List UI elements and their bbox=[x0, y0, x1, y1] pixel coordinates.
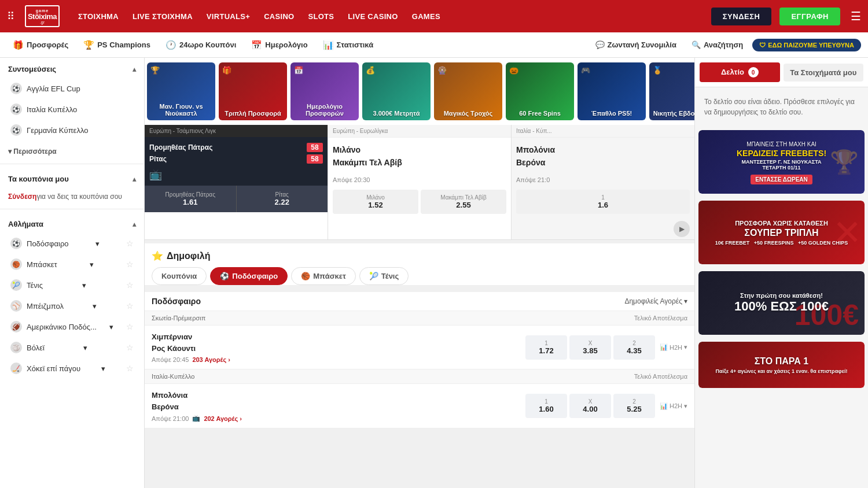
sidebar-item-football[interactable]: ⚽ Ποδόσφαιρο ▾ ☆ bbox=[2, 233, 142, 254]
hamburger-icon[interactable]: ☰ bbox=[851, 9, 861, 23]
match-1-odd1-btn[interactable]: Προμηθέας Πάτρας 1.61 bbox=[145, 186, 237, 212]
login-button[interactable]: ΣΥΝΔΕΣΗ bbox=[711, 8, 772, 25]
match-3-odd1-btn[interactable]: 1 1.6 bbox=[516, 190, 690, 214]
register-button[interactable]: ΕΓΓΡΑΦΗ bbox=[779, 8, 840, 25]
tab-coupons[interactable]: Κουπόνια bbox=[152, 267, 207, 285]
ice-hockey-star-icon[interactable]: ☆ bbox=[126, 364, 134, 373]
nav-virtuals[interactable]: VIRTUALS+ bbox=[201, 9, 256, 24]
match-1-odd-1[interactable]: 1 1.60 bbox=[525, 394, 567, 418]
sidebar-item-ice-hockey[interactable]: 🏒 Χόκεϊ επί πάγου ▾ ☆ bbox=[2, 358, 142, 379]
grid-icon[interactable]: ⠿ bbox=[7, 10, 14, 23]
coupon-login-prompt: Σύνδεσηγια να δεις τα κουπόνια σου bbox=[0, 188, 144, 205]
match-0-markets[interactable]: 203 Αγορές › bbox=[192, 356, 230, 363]
match-3-odd1-type: 1 bbox=[518, 194, 687, 201]
sec-nav-ps-champions[interactable]: 🏆 PS Champions bbox=[78, 38, 156, 53]
promo-card-5[interactable]: 🎃 60 Free Spins bbox=[506, 62, 574, 120]
tennis-star-icon[interactable]: ☆ bbox=[126, 280, 134, 290]
markets-chevron-down: ▾ bbox=[684, 297, 687, 305]
sidebar-item-volleyball[interactable]: 🏐 Βόλεϊ ▾ ☆ bbox=[2, 337, 142, 358]
betslip-tab-active[interactable]: Δελτίο 0 bbox=[700, 62, 780, 82]
nav-live-stoixima[interactable]: LIVE ΣΤΟΙΧΗΜΑ bbox=[127, 9, 198, 24]
promo-card-6[interactable]: 🎮 Έπαθλο PS5! bbox=[578, 62, 646, 120]
sidebar-item-england-efl[interactable]: ⚽ Αγγλία EFL Cup bbox=[2, 78, 142, 99]
live-chat-button[interactable]: 💬 Ζωντανή Συνομιλία bbox=[590, 38, 682, 51]
shortcuts-header[interactable]: Συντομεύσεις ▴ bbox=[0, 58, 144, 78]
betslip-tab-my-bets[interactable]: Τα Στοιχήματά μου bbox=[784, 64, 864, 82]
football-chevron: ▾ bbox=[95, 239, 100, 248]
banner-1-cta[interactable]: ΕΝΤΑΣΣΕ ΔΩΡΕΑΝ bbox=[751, 175, 812, 184]
more-header[interactable]: ▾ Περισσότερα bbox=[0, 141, 144, 160]
american-chevron: ▾ bbox=[109, 323, 113, 331]
football-icon-3: ⚽ bbox=[10, 124, 22, 136]
sec-nav-promotions[interactable]: 🎁 Προσφορές bbox=[7, 38, 74, 53]
match-1-markets[interactable]: 202 Αγορές › bbox=[204, 415, 242, 422]
coupon-login-link[interactable]: Σύνδεση bbox=[8, 193, 36, 201]
sidebar-item-basketball[interactable]: 🏀 Μπάσκετ ▾ ☆ bbox=[2, 254, 142, 275]
league-1-name: Ιταλία-Κυπέλλο bbox=[152, 373, 194, 380]
promo-card-3[interactable]: 💰 3.000€ Μετρητά bbox=[362, 62, 431, 120]
promo-card-4[interactable]: 🎡 Μαγικός Τροχός bbox=[434, 62, 502, 120]
nav-casino[interactable]: CASINO bbox=[258, 9, 300, 24]
popular-markets-dropdown[interactable]: Δημοφιλείς Αγορές ▾ bbox=[624, 297, 687, 305]
match-1-score2: 58 bbox=[307, 154, 323, 164]
logo[interactable]: game Stöixima .gr bbox=[21, 3, 63, 29]
football-star-icon[interactable]: ☆ bbox=[126, 239, 134, 248]
match-2-odd1-btn[interactable]: Μιλάνο 1.52 bbox=[333, 190, 418, 214]
sec-nav-24-coupon[interactable]: 🕐 24ωρο Κουπόνι bbox=[160, 38, 242, 53]
banner-100-percent[interactable]: Στην πρώτη σου κατάθεση! 100% ΕΩΣ 100€ 1… bbox=[698, 271, 865, 335]
sports-label: Αθλήματα bbox=[8, 220, 43, 228]
match-0-odd-x[interactable]: Χ 3.85 bbox=[569, 335, 611, 360]
sec-nav-stats-label: Στατιστικά bbox=[337, 40, 374, 49]
responsible-gambling-button[interactable]: 🛡 ΕΔΩ ΠΑΙΖΟΥΜΕ ΥΠΕΥΘΥΝΑ bbox=[752, 39, 861, 51]
match-1-odd2-btn[interactable]: Ρίτας 2.22 bbox=[237, 186, 328, 212]
sidebar-item-american-football[interactable]: 🏈 Αμερικάνικο Ποδός... ▾ ☆ bbox=[2, 316, 142, 337]
match-1-time-info: Απόψε 21:00 📺 202 Αγορές › bbox=[152, 415, 512, 422]
tab-football[interactable]: ⚽ Ποδόσφαιρο bbox=[210, 267, 288, 285]
tab-tennis-label: Τένις bbox=[381, 272, 399, 280]
volleyball-star-icon[interactable]: ☆ bbox=[126, 343, 134, 352]
match-card-1: Ευρώπη - Τσάμπιονς Λιγκ Προμηθέας Πάτρας… bbox=[145, 125, 328, 239]
promo-card-0[interactable]: 🏆 Μαν. Γιουν. vs Νιούκαστλ bbox=[147, 62, 215, 120]
match-0-h2h[interactable]: 📊 H2H ▾ bbox=[660, 343, 687, 351]
match-0-odd-1[interactable]: 1 1.72 bbox=[525, 335, 567, 360]
match-0-odd-2-value: 4.35 bbox=[619, 346, 649, 355]
coupons-header[interactable]: Τα κουπόνια μου ▴ bbox=[0, 168, 144, 188]
nav-live-casino[interactable]: LIVE CASINO bbox=[342, 9, 403, 24]
match-1-league-label: Ευρώπη - Τσάμπιονς Λιγκ bbox=[149, 128, 216, 134]
nav-slots[interactable]: SLOTS bbox=[303, 9, 340, 24]
sidebar-ice-hockey-icon: 🏒 bbox=[10, 363, 22, 374]
match-1-odd-x[interactable]: Χ 4.00 bbox=[569, 394, 611, 418]
match-1-odd-2[interactable]: 2 5.25 bbox=[613, 394, 655, 418]
promo-card-2[interactable]: 📅 Ημερολόγιο Προσφορών bbox=[290, 62, 359, 120]
basketball-tab-icon: 🏀 bbox=[301, 272, 310, 280]
american-star-icon[interactable]: ☆ bbox=[126, 322, 134, 331]
sidebar-volleyball-icon: 🏐 bbox=[10, 342, 22, 353]
sidebar-item-tennis[interactable]: 🎾 Τένις ▾ ☆ bbox=[2, 275, 142, 295]
match-1-h2h[interactable]: 📊 H2H ▾ bbox=[660, 402, 687, 410]
match-2-odd2-btn[interactable]: Μακάμπι Τελ Αβίβ 2.55 bbox=[421, 190, 506, 214]
basketball-star-icon[interactable]: ☆ bbox=[126, 260, 134, 269]
banner-ps-champions[interactable]: ΜΠΑΙΝΕΙΣ ΣΤΗ ΜΑΧΗ ΚΑΙ ΚΕΡΔΙΖΕΙΣ FREEBETS… bbox=[698, 130, 865, 194]
league-header-0: Σκωτία-Πρέμιερσιπ Τελικό Αποτέλεσμα bbox=[145, 311, 694, 326]
nav-stoixima[interactable]: ΣΤΟΙΧΗΜΑ bbox=[72, 9, 124, 24]
banner-super-triple[interactable]: ΠΡΟΣΦΟΡΑ ΧΩΡΙΣ ΚΑΤΑΘΕΣΗ ΣΟΥΠΕΡ ΤΡΙΠΛΗ 10… bbox=[698, 201, 865, 264]
promo-card-1[interactable]: 🎁 Τριπλή Προσφορά bbox=[219, 62, 287, 120]
nav-games[interactable]: GAMES bbox=[406, 9, 446, 24]
sec-nav-calendar[interactable]: 📅 Ημερολόγιο bbox=[245, 38, 313, 53]
sidebar-item-baseball[interactable]: ⚾ Μπέιζμπολ ▾ ☆ bbox=[2, 295, 142, 316]
banner-para-1[interactable]: ΣΤΟ ΠΑΡΑ 1 Παίξε 4+ αγώνες και αν χάσεις… bbox=[698, 342, 865, 388]
match-0-odd-2[interactable]: 2 4.35 bbox=[613, 335, 655, 360]
sports-header[interactable]: Αθλήματα ▴ bbox=[0, 213, 144, 233]
tab-basketball[interactable]: 🏀 Μπάσκετ bbox=[291, 267, 356, 285]
search-button[interactable]: 🔍 Αναζήτηση bbox=[686, 38, 749, 51]
match-2-team1: Μιλάνο bbox=[333, 143, 506, 156]
sidebar-item-germany-cup[interactable]: ⚽ Γερμανία Κύπελλο bbox=[2, 120, 142, 141]
promo-card-7[interactable]: 🏅 Νικητής Εβδομάδας bbox=[649, 62, 694, 120]
tab-tennis[interactable]: 🎾 Τένις bbox=[359, 267, 409, 285]
sidebar-item-italy-cup[interactable]: ⚽ Ιταλία Κυπέλλο bbox=[2, 99, 142, 120]
responsible-label: ΕΔΩ ΠΑΙΖΟΥΜΕ ΥΠΕΥΘΥΝΑ bbox=[768, 42, 854, 49]
sec-nav-stats[interactable]: 📊 Στατιστικά bbox=[317, 38, 380, 53]
match-3-next-arrow[interactable]: ▶ bbox=[674, 221, 690, 237]
match-card-2: Ευρώπη - Ευρωλίγκα Μιλάνο Μακάμπι Τελ Αβ… bbox=[328, 125, 512, 239]
baseball-star-icon[interactable]: ☆ bbox=[126, 301, 134, 310]
